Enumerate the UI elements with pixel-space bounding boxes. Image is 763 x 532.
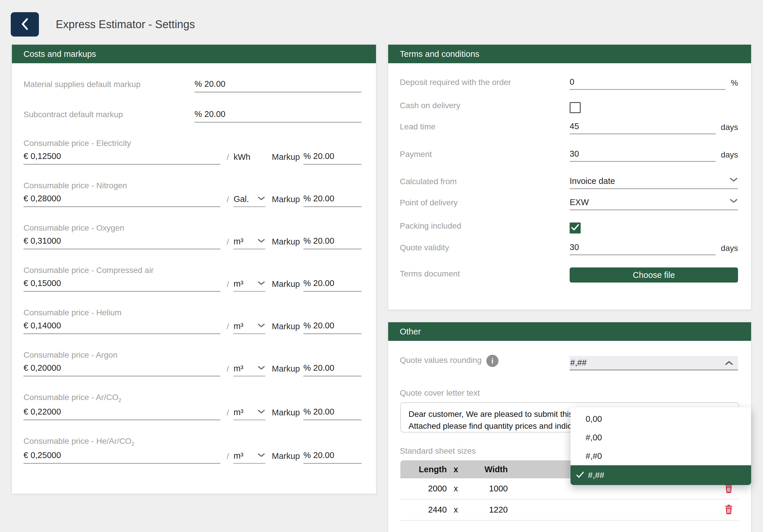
cash-on-delivery-row: Cash on delivery: [400, 101, 738, 113]
unit-select[interactable]: m³: [233, 279, 266, 292]
packing-included-row: Packing included: [400, 221, 738, 233]
terms-and-conditions-panel: Terms and conditions Deposit required wi…: [388, 44, 751, 310]
unit-select[interactable]: Gal.: [233, 194, 266, 207]
unit-select[interactable]: m³: [233, 407, 266, 420]
material-markup-row: Material supplies default markup % 20.00: [24, 79, 362, 93]
markup-label: Markup: [272, 364, 300, 377]
calculated-from-value: Invoice date: [570, 176, 615, 186]
price-input[interactable]: € 0,28000: [24, 194, 220, 207]
check-icon: [571, 224, 579, 232]
material-markup-input[interactable]: % 20.00: [194, 79, 362, 93]
choose-file-button[interactable]: Choose file: [570, 267, 738, 283]
markup-label: Markup: [272, 279, 300, 292]
chevron-down-icon: [257, 279, 266, 289]
unit-select[interactable]: m³: [233, 237, 266, 249]
other-panel-title: Other: [388, 322, 751, 341]
chevron-left-icon: [20, 17, 30, 32]
sheet-size-row: 2440 x 1220: [400, 499, 739, 521]
chevron-down-icon: [257, 451, 266, 461]
length-value: 2440: [400, 505, 447, 515]
markup-label: Markup: [272, 322, 300, 334]
rounding-option[interactable]: #,00: [571, 428, 751, 447]
consumable-label: Consumable price - Helium: [24, 308, 362, 317]
markup-input[interactable]: % 20.00: [303, 236, 362, 249]
calculated-from-row: Calculated from Invoice date: [400, 176, 738, 189]
material-markup-label: Material supplies default markup: [24, 80, 194, 93]
width-value: 1220: [465, 505, 508, 515]
check-icon: [576, 471, 584, 480]
price-input[interactable]: € 0,12500: [24, 151, 220, 165]
markup-label: Markup: [272, 195, 300, 207]
unit-value: m³: [233, 279, 243, 289]
quote-rounding-select[interactable]: #,##: [570, 356, 738, 370]
point-of-delivery-select[interactable]: EXW: [570, 198, 738, 210]
per-separator: /: [227, 452, 229, 464]
lead-time-suffix: days: [716, 123, 738, 134]
back-button[interactable]: [11, 12, 39, 37]
markup-input[interactable]: % 20.00: [303, 279, 362, 292]
unit-label: kWh: [233, 152, 266, 165]
point-of-delivery-label: Point of delivery: [400, 198, 570, 210]
consumable-oxygen: Consumable price - Oxygen € 0,31000 / m³…: [24, 223, 362, 249]
quote-validity-input[interactable]: 30: [570, 242, 716, 255]
chevron-down-icon: [729, 176, 738, 186]
deposit-input[interactable]: 0: [570, 77, 725, 90]
settings-page: Express Estimator - Settings Costs and m…: [0, 0, 763, 532]
per-separator: /: [227, 152, 229, 165]
rounding-option[interactable]: 0,00: [571, 409, 751, 428]
chevron-up-icon: [725, 358, 733, 368]
cash-on-delivery-checkbox[interactable]: [570, 102, 581, 113]
markup-input[interactable]: % 20.00: [303, 407, 362, 420]
markup-input[interactable]: % 20.00: [303, 321, 362, 334]
width-value: 1000: [465, 484, 508, 493]
rounding-option[interactable]: #,#0: [571, 447, 751, 465]
markup-label: Markup: [272, 451, 300, 464]
consumable-label: Consumable price - Compressed air: [24, 266, 362, 275]
markup-label: Markup: [272, 152, 300, 165]
delete-row-button[interactable]: [725, 505, 739, 515]
price-input[interactable]: € 0,15000: [24, 279, 220, 292]
rounding-dropdown: 0,00 #,00 #,#0 #,##: [571, 407, 751, 485]
unit-select[interactable]: m³: [233, 321, 266, 334]
calculated-from-select[interactable]: Invoice date: [570, 176, 738, 189]
app-header: Express Estimator - Settings: [11, 12, 195, 37]
unit-select[interactable]: m³: [233, 364, 266, 377]
calculated-from-label: Calculated from: [400, 177, 570, 189]
markup-input[interactable]: % 20.00: [303, 194, 362, 207]
rounding-option-selected[interactable]: #,##: [571, 465, 751, 485]
x-separator: x: [447, 505, 465, 515]
markup-label: Markup: [272, 408, 300, 420]
info-icon[interactable]: i: [486, 355, 498, 367]
payment-input[interactable]: 30: [570, 149, 716, 162]
trash-icon: [725, 505, 732, 515]
markup-input[interactable]: % 20.00: [303, 151, 362, 165]
rounding-selected-value: #,##: [588, 471, 604, 480]
price-input[interactable]: € 0,22000: [24, 407, 220, 420]
point-of-delivery-value: EXW: [570, 198, 589, 207]
quote-rounding-label: Quote values roundingi: [400, 355, 570, 370]
lead-time-row: Lead time 45 days: [400, 122, 738, 134]
chevron-down-icon: [257, 194, 266, 204]
chevron-down-icon: [257, 407, 266, 417]
quote-validity-suffix: days: [716, 244, 738, 255]
price-input[interactable]: € 0,25000: [24, 451, 220, 464]
lead-time-input[interactable]: 45: [570, 122, 716, 134]
unit-value: m³: [233, 407, 243, 417]
per-separator: /: [227, 408, 229, 420]
price-input[interactable]: € 0,20000: [24, 363, 220, 377]
consumable-label: Consumable price - Argon: [24, 350, 362, 360]
subcontract-markup-input[interactable]: % 20.00: [194, 109, 362, 123]
packing-included-checkbox[interactable]: [570, 222, 581, 233]
price-input[interactable]: € 0,31000: [24, 236, 220, 249]
unit-value: m³: [233, 451, 243, 461]
price-input[interactable]: € 0,14000: [24, 321, 220, 334]
payment-suffix: days: [716, 150, 738, 162]
cash-on-delivery-label: Cash on delivery: [400, 101, 570, 113]
x-header: x: [447, 465, 465, 474]
unit-select[interactable]: m³: [233, 451, 266, 464]
markup-input[interactable]: % 20.00: [303, 451, 362, 464]
markup-input[interactable]: % 20.00: [303, 363, 362, 377]
packing-included-label: Packing included: [400, 221, 570, 233]
unit-value: Gal.: [233, 194, 249, 204]
x-separator: x: [447, 484, 465, 493]
